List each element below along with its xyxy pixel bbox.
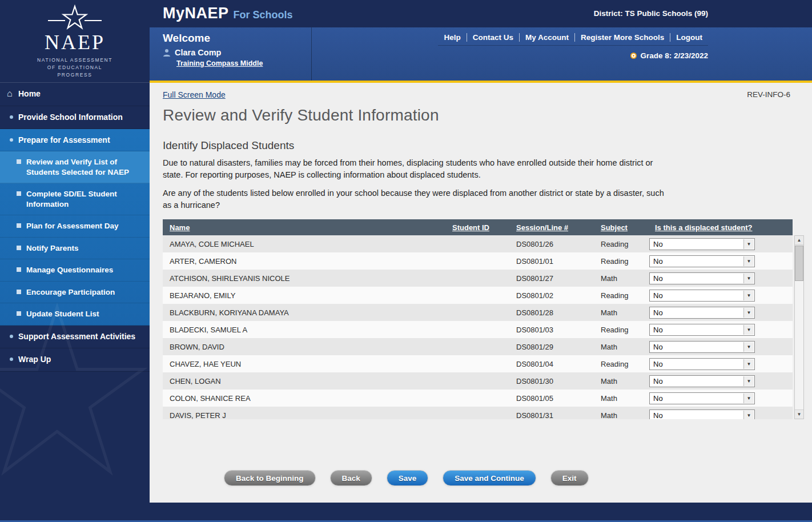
square-bullet-icon (17, 159, 21, 164)
naep-star-icon (0, 5, 150, 33)
student-name: CHEN, LOGAN (163, 372, 445, 390)
save-button[interactable]: Save (387, 470, 429, 486)
sidebar-item-label: Manage Questionnaires (26, 266, 113, 274)
contact-us-link[interactable]: Contact Us (467, 33, 519, 42)
sidebar-item-provide-school-information[interactable]: Provide School Information (0, 106, 150, 130)
logout-link[interactable]: Logout (670, 33, 708, 42)
displaced-dropdown: No▼ (649, 307, 755, 319)
screen-code: REV-INFO-6 (747, 90, 790, 99)
student-name: CHAVEZ, HAE YEUN (163, 355, 445, 372)
subject: Reading (594, 321, 648, 338)
table-scrollbar[interactable]: ▲ ▼ (794, 235, 804, 419)
student-name: ATCHISON, SHIRLEYANIS NICOLE (163, 270, 445, 287)
page-footer (0, 503, 812, 522)
sidebar-item-support-assessment-activities[interactable]: Support Assessment Activities (0, 326, 150, 349)
sidebar-item-label: Wrap Up (18, 355, 51, 364)
sidebar-item-prepare-for-assessment[interactable]: Prepare for Assessment (0, 129, 150, 151)
sidebar-nav: ⌂ Home Provide School Information Prepar… (0, 83, 150, 503)
sidebar-item-wrap-up[interactable]: Wrap Up (0, 348, 150, 372)
subject: Math (594, 372, 648, 390)
sidebar-item-label: Encourage Participation (26, 288, 115, 296)
user-icon (163, 49, 171, 57)
page-header: Welcome Clara Comp Training Compass Midd… (150, 27, 812, 81)
student-name: BLACKBURN, KORIYANA DAMAYA (163, 304, 445, 321)
naep-acronym: NAEP (0, 32, 150, 53)
scrollbar-thumb[interactable] (795, 246, 803, 281)
student-id (445, 270, 509, 287)
column-header-subject[interactable]: Subject (594, 219, 648, 235)
sidebar-item-label: Prepare for Assessment (18, 135, 110, 144)
scroll-up-icon[interactable]: ▲ (795, 236, 803, 245)
save-and-continue-button[interactable]: Save and Continue (443, 470, 536, 486)
table-header-row: Name Student ID Session/Line # Subject I… (163, 219, 793, 235)
school-link[interactable]: Training Compass Middle (176, 59, 263, 67)
subject: Reading (594, 252, 648, 270)
displaced-select[interactable]: No (650, 290, 754, 301)
displaced-select[interactable]: No (650, 307, 754, 318)
column-header-session-line[interactable]: Session/Line # (509, 219, 594, 235)
exit-button[interactable]: Exit (550, 470, 589, 486)
back-to-beginning-button[interactable]: Back to Beginning (224, 470, 316, 486)
student-id (445, 372, 509, 390)
displaced-select[interactable]: No (650, 239, 754, 250)
displaced-dropdown: No▼ (649, 255, 755, 267)
displaced-select[interactable]: No (650, 342, 754, 352)
table-row: AMAYA, COLE MICHAEL DS0801/26 Reading No… (163, 235, 793, 252)
students-table-zone: Name Student ID Session/Line # Subject I… (163, 219, 812, 419)
student-name: AMAYA, COLE MICHAEL (163, 235, 445, 252)
district-label: District: TS Public Schools (99) (594, 9, 708, 18)
displaced-select[interactable]: No (650, 359, 754, 370)
displaced-select[interactable]: No (650, 410, 754, 420)
sidebar-item-label: Plan for Assessment Day (26, 222, 119, 230)
displaced-select[interactable]: No (650, 324, 754, 335)
sidebar-item-complete-sdel-information[interactable]: Complete SD/EL Student Information (0, 183, 150, 215)
student-name: BLADECKI, SAMUEL A (163, 321, 445, 338)
displaced-select[interactable]: No (650, 273, 754, 284)
displaced-dropdown: No▼ (649, 290, 755, 302)
column-header-student-id[interactable]: Student ID (445, 219, 509, 235)
student-id (445, 287, 509, 304)
session-line: DS0801/04 (509, 355, 594, 372)
sidebar-item-update-student-list[interactable]: Update Student List (0, 303, 150, 326)
subject: Math (594, 407, 648, 419)
sidebar-item-plan-for-assessment-day[interactable]: Plan for Assessment Day (0, 215, 150, 238)
circle-bullet-icon (10, 335, 13, 338)
square-bullet-icon (17, 311, 21, 316)
help-link[interactable]: Help (438, 33, 466, 42)
session-line: DS0801/30 (509, 372, 594, 390)
subject: Reading (594, 235, 648, 252)
student-id (445, 338, 509, 355)
sidebar-item-home[interactable]: ⌂ Home (0, 83, 150, 106)
back-button[interactable]: Back (330, 470, 372, 486)
displaced-dropdown: No▼ (649, 272, 755, 284)
displaced-dropdown: No▼ (649, 341, 755, 353)
displaced-select[interactable]: No (650, 256, 754, 267)
table-row: BEJARANO, EMILY DS0801/02 Reading No▼ (163, 287, 793, 304)
full-screen-mode-link[interactable]: Full Screen Mode (163, 90, 226, 99)
circle-bullet-icon (10, 138, 13, 142)
displaced-dropdown: No▼ (649, 392, 755, 404)
mynaep-app-window: MyNAEPFor Schools District: TS Public Sc… (0, 0, 812, 522)
sidebar-item-review-verify-students[interactable]: Review and Verify List of Students Selec… (0, 151, 150, 183)
column-header-name[interactable]: Name (163, 219, 445, 235)
table-row: ATCHISON, SHIRLEYANIS NICOLE DS0801/27 M… (163, 270, 793, 287)
displaced-select[interactable]: No (650, 393, 754, 404)
register-more-schools-link[interactable]: Register More Schools (574, 33, 670, 42)
square-bullet-icon (17, 246, 21, 250)
brand-title: MyNAEP (163, 5, 229, 22)
displaced-select[interactable]: No (650, 376, 754, 387)
table-row: BROWN, DAVID DS0801/29 Math No▼ (163, 338, 793, 355)
header-divider (311, 27, 312, 81)
sidebar-item-manage-questionnaires[interactable]: Manage Questionnaires (0, 259, 150, 282)
sidebar-item-label: Complete SD/EL Student Information (26, 190, 117, 208)
my-account-link[interactable]: My Account (519, 33, 574, 42)
sidebar-item-notify-parents[interactable]: Notify Parents (0, 238, 150, 260)
grade-label: Grade 8: 2/23/2022 (640, 51, 708, 60)
scroll-down-icon[interactable]: ▼ (795, 409, 803, 419)
students-table: Name Student ID Session/Line # Subject I… (163, 219, 793, 419)
students-table-clip: Name Student ID Session/Line # Subject I… (163, 219, 793, 419)
student-id (445, 407, 509, 419)
column-header-displaced[interactable]: Is this a displaced student? (648, 219, 793, 235)
sidebar-item-encourage-participation[interactable]: Encourage Participation (0, 282, 150, 304)
page-title: Review and Verify Student Information (163, 106, 812, 125)
